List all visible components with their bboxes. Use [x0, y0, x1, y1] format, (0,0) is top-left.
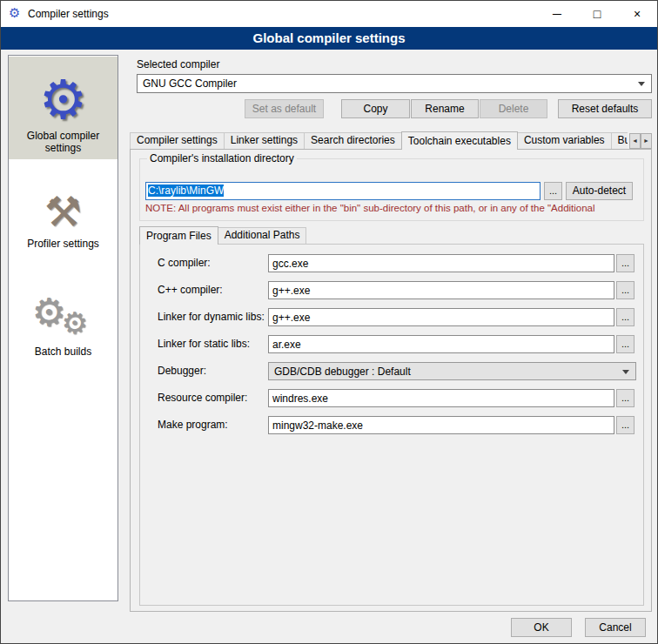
chevron-down-icon [638, 82, 645, 86]
cpp-compiler-input[interactable] [268, 281, 614, 299]
program-files-subtabbar: Program Files Additional Paths [139, 226, 306, 245]
tab-compiler-settings[interactable]: Compiler settings [130, 132, 225, 149]
gear-icon: ⚙ [62, 305, 88, 340]
sidebar: ⚙ Global compiler settings ⚒ Profiler se… [8, 55, 118, 601]
maximize-button[interactable]: □ [577, 1, 617, 27]
toolchain-panel: Compiler's installation directory C:\ray… [130, 149, 652, 612]
debugger-select[interactable]: GDB/CDB debugger : Default [268, 362, 636, 380]
cpp-compiler-label: C++ compiler: [158, 284, 223, 296]
sidebar-item-profiler-settings[interactable]: ⚒ Profiler settings [9, 171, 118, 255]
debugger-label: Debugger: [158, 365, 206, 377]
ok-button[interactable]: OK [511, 618, 572, 637]
cancel-button[interactable]: Cancel [585, 618, 646, 637]
make-program-label: Make program: [158, 419, 228, 431]
resource-compiler-label: Resource compiler: [158, 392, 247, 404]
delete-button[interactable]: Delete [480, 99, 547, 118]
tab-scroll-right-icon[interactable]: ► [641, 133, 652, 149]
tab-scroll-left-icon[interactable]: ◄ [629, 133, 641, 149]
install-dir-note: NOTE: All programs must exist either in … [145, 203, 638, 213]
make-program-browse-button[interactable]: ... [616, 416, 634, 434]
tab-build-options[interactable]: Buil [611, 132, 628, 149]
linker-dynamic-browse-button[interactable]: ... [616, 308, 634, 326]
settings-tabbar: Compiler settings Linker settings Search… [130, 131, 628, 150]
install-dir-selected-text: C:\raylib\MinGW [148, 184, 224, 197]
program-files-panel: C compiler: ... C++ compiler: ... Linker… [139, 244, 644, 606]
sidebar-item-label: Batch builds [33, 344, 93, 363]
installation-directory-groupbox: Compiler's installation directory C:\ray… [139, 158, 644, 221]
subtab-additional-paths[interactable]: Additional Paths [218, 227, 307, 244]
compiler-select[interactable]: GNU GCC Compiler [137, 74, 652, 93]
tab-search-directories[interactable]: Search directories [304, 132, 402, 149]
subtab-program-files[interactable]: Program Files [139, 226, 218, 245]
selected-compiler-label: Selected compiler [137, 58, 219, 70]
gears-icon: ⚙ ⚙ [29, 293, 98, 344]
debugger-select-value: GDB/CDB debugger : Default [274, 366, 411, 378]
install-dir-input[interactable]: C:\raylib\MinGW [145, 182, 540, 200]
close-button[interactable]: × [617, 1, 657, 27]
compiler-settings-window: ⚙ Compiler settings ─ □ × Global compile… [0, 0, 658, 644]
window-title: Compiler settings [28, 8, 109, 20]
set-as-default-button[interactable]: Set as default [245, 99, 324, 118]
gear-icon: ⚙ [39, 72, 88, 128]
hammer-icon: ⚒ [44, 189, 82, 236]
c-compiler-browse-button[interactable]: ... [616, 254, 634, 272]
copy-button[interactable]: Copy [341, 99, 410, 118]
auto-detect-button[interactable]: Auto-detect [566, 182, 633, 200]
sidebar-item-label: Profiler settings [25, 236, 101, 255]
rename-button[interactable]: Rename [411, 99, 479, 118]
installation-directory-title: Compiler's installation directory [147, 152, 297, 164]
install-dir-browse-button[interactable]: ... [544, 182, 562, 200]
minimize-button[interactable]: ─ [537, 1, 577, 27]
sidebar-item-label: Global compiler settings [9, 128, 118, 159]
titlebar: ⚙ Compiler settings ─ □ × [1, 1, 657, 27]
c-compiler-input[interactable] [268, 254, 614, 272]
chevron-down-icon [622, 370, 629, 374]
reset-defaults-button[interactable]: Reset defaults [558, 99, 652, 118]
tab-linker-settings[interactable]: Linker settings [224, 132, 305, 149]
linker-dynamic-label: Linker for dynamic libs: [158, 311, 265, 323]
tab-custom-variables[interactable]: Custom variables [517, 132, 612, 149]
compiler-select-value: GNU GCC Compiler [143, 77, 237, 90]
tab-toolchain-executables[interactable]: Toolchain executables [401, 131, 518, 150]
window-gear-icon: ⚙ [9, 6, 20, 20]
c-compiler-label: C compiler: [158, 257, 211, 269]
sidebar-item-global-compiler-settings[interactable]: ⚙ Global compiler settings [9, 57, 118, 159]
resource-compiler-browse-button[interactable]: ... [616, 389, 634, 407]
linker-dynamic-input[interactable] [268, 308, 614, 326]
linker-static-browse-button[interactable]: ... [616, 335, 634, 353]
linker-static-input[interactable] [268, 335, 614, 353]
cpp-compiler-browse-button[interactable]: ... [616, 281, 634, 299]
sidebar-item-batch-builds[interactable]: ⚙ ⚙ Batch builds [9, 276, 118, 363]
resource-compiler-input[interactable] [268, 389, 614, 407]
linker-static-label: Linker for static libs: [158, 338, 250, 350]
caption-buttons: ─ □ × [537, 1, 657, 27]
make-program-input[interactable] [268, 416, 614, 434]
dialog-header: Global compiler settings [1, 27, 657, 50]
